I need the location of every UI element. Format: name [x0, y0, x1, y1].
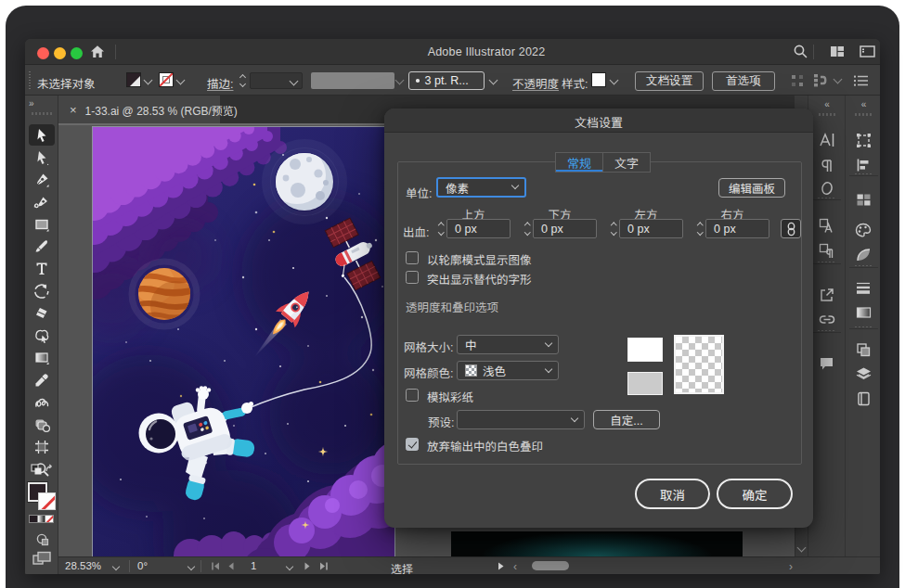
- color-gradient-icon[interactable]: [38, 515, 46, 523]
- rotation-chevron-icon[interactable]: [187, 563, 195, 570]
- stroke-color-chevron-icon[interactable]: [177, 77, 184, 83]
- screen-mode-icon[interactable]: [29, 549, 55, 568]
- window-title: Adobe Illustrator 2022: [428, 45, 546, 58]
- tool-shapes[interactable]: [29, 414, 55, 435]
- style-swatch[interactable]: [591, 72, 606, 87]
- zoom-level-value[interactable]: 28.53%: [65, 560, 101, 571]
- home-icon[interactable]: [89, 44, 108, 60]
- align-panel-icon[interactable]: [852, 156, 874, 174]
- minimize-window-button[interactable]: [54, 47, 66, 59]
- color-panel-icon[interactable]: [852, 221, 874, 239]
- swatches-panel-icon[interactable]: [852, 190, 874, 209]
- tool-artboard[interactable]: [29, 436, 55, 457]
- scroll-right-icon[interactable]: ›: [789, 560, 793, 573]
- color-solid-icon[interactable]: [29, 515, 38, 523]
- tool-type[interactable]: [29, 258, 55, 279]
- fill-color-chevron-icon[interactable]: [145, 77, 151, 83]
- snap-chevron-icon[interactable]: [834, 76, 841, 83]
- dock2-collapse-icon[interactable]: «: [861, 99, 866, 109]
- color-type-bar[interactable]: [29, 515, 54, 523]
- preferences-button[interactable]: 首选项: [712, 71, 775, 91]
- stroke-panel-icon[interactable]: [852, 278, 874, 297]
- artboard-number-value[interactable]: 1: [251, 560, 256, 571]
- align-glyphs-icon[interactable]: [790, 73, 805, 91]
- tool-paintbrush[interactable]: [29, 236, 55, 257]
- appearance-panel-icon[interactable]: [852, 246, 874, 264]
- tool-curvature[interactable]: [29, 191, 55, 212]
- opacity-link[interactable]: 不透明度: [512, 74, 559, 92]
- zoom-window-button[interactable]: [71, 47, 83, 59]
- draw-mode-icon[interactable]: [29, 530, 55, 549]
- stroke-link[interactable]: 描边:: [207, 74, 233, 92]
- first-artboard-icon[interactable]: [210, 561, 221, 573]
- tool-gradient[interactable]: [29, 347, 55, 368]
- stroke-weight-select[interactable]: [250, 72, 303, 89]
- stroke-weight-stepper[interactable]: [238, 72, 247, 88]
- document-tab[interactable]: × 1-33.ai @ 28.53 % (RGB/预览): [58, 96, 220, 123]
- width-profile-select[interactable]: [311, 72, 394, 89]
- dock-collapse-icon[interactable]: «: [824, 99, 829, 109]
- swap-fill-stroke-icon[interactable]: [29, 463, 55, 476]
- statusbar-menu-icon[interactable]: [497, 561, 505, 573]
- brush-definition-select[interactable]: 3 pt. R...: [408, 71, 485, 90]
- tab-type[interactable]: 文字: [602, 153, 650, 172]
- color-none-icon[interactable]: [45, 515, 54, 523]
- toolbar-grip[interactable]: [32, 112, 52, 115]
- gradient-panel-icon[interactable]: [852, 303, 874, 322]
- character-panel-icon[interactable]: [816, 131, 838, 149]
- paragraph-panel-icon[interactable]: [816, 157, 838, 175]
- artboard-artwork[interactable]: [93, 127, 394, 556]
- tool-rectangle[interactable]: [29, 213, 55, 235]
- workspace-switcher-icon[interactable]: [829, 44, 846, 63]
- tool-pen[interactable]: [29, 169, 55, 190]
- tool-eyedropper[interactable]: [29, 369, 55, 390]
- tool-shape-builder[interactable]: [29, 325, 55, 346]
- tool-width[interactable]: [29, 391, 55, 413]
- comments-panel-icon[interactable]: [816, 354, 838, 373]
- scroll-down-icon[interactable]: [797, 543, 807, 553]
- links-panel-icon[interactable]: [816, 311, 838, 329]
- search-icon[interactable]: [793, 44, 808, 63]
- width-profile-chevron-icon[interactable]: [396, 77, 403, 83]
- tool-rotate[interactable]: [29, 280, 55, 301]
- zoom-chevron-icon[interactable]: [112, 563, 120, 570]
- libraries-panel-icon[interactable]: [852, 390, 874, 408]
- cancel-button[interactable]: 取消: [635, 479, 710, 509]
- tab-close-icon[interactable]: ×: [70, 104, 77, 116]
- controlbar-grip[interactable]: [29, 71, 31, 90]
- scroll-left-icon[interactable]: ‹: [513, 560, 517, 573]
- layers-panel-icon[interactable]: [852, 364, 874, 383]
- dock2-grip[interactable]: [855, 113, 872, 116]
- last-artboard-icon[interactable]: [318, 561, 330, 573]
- second-artboard-artwork[interactable]: [451, 531, 743, 556]
- style-chevron-icon[interactable]: [611, 77, 617, 83]
- glyphs-panel-icon[interactable]: [816, 216, 838, 235]
- fill-color-swatch[interactable]: [126, 72, 141, 87]
- snap-options-icon[interactable]: [812, 73, 831, 91]
- paragraph-styles-panel-icon[interactable]: [816, 241, 838, 260]
- ok-button[interactable]: 确定: [717, 479, 793, 509]
- next-artboard-icon[interactable]: [304, 561, 312, 573]
- previous-artboard-icon[interactable]: [226, 561, 235, 573]
- tool-eraser[interactable]: [29, 302, 55, 324]
- opentype-panel-icon[interactable]: [816, 179, 838, 198]
- export-panel-icon[interactable]: [816, 286, 838, 304]
- document-setup-button[interactable]: 文档设置: [635, 71, 704, 91]
- tab-general[interactable]: 常规: [556, 153, 602, 172]
- stroke-indicator[interactable]: [38, 492, 56, 510]
- transform-panel-icon[interactable]: [852, 131, 874, 149]
- toolbar-expand-icon[interactable]: »: [29, 98, 33, 109]
- brush-chevron-icon[interactable]: [490, 77, 497, 83]
- tool-selection[interactable]: [29, 124, 55, 146]
- close-window-button[interactable]: [37, 47, 49, 59]
- stroke-color-swatch[interactable]: [159, 72, 174, 87]
- dialog-titlebar[interactable]: 文档设置: [384, 109, 813, 133]
- horizontal-scrollbar-thumb[interactable]: [532, 561, 569, 570]
- controlbar-menu-icon[interactable]: [853, 73, 870, 91]
- panels-icon[interactable]: [859, 44, 876, 63]
- artboard-number-chevron-icon[interactable]: [286, 563, 293, 570]
- tool-direct-selection[interactable]: [29, 147, 55, 168]
- dock-grip[interactable]: [819, 113, 835, 116]
- rotation-value[interactable]: 0°: [137, 560, 148, 571]
- transparency-panel-icon[interactable]: [852, 340, 874, 359]
